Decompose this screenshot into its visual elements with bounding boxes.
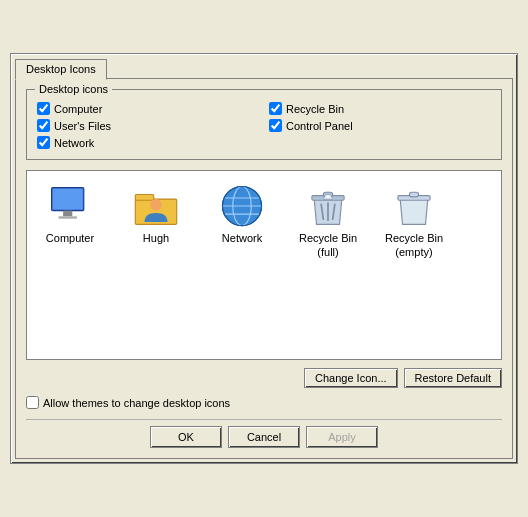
checkbox-computer-label[interactable]: Computer	[54, 103, 102, 115]
checkbox-userfiles-input[interactable]	[37, 119, 50, 132]
user-icon	[133, 183, 179, 229]
svg-rect-3	[59, 216, 77, 218]
apply-button[interactable]: Apply	[306, 426, 378, 448]
checkbox-grid: Computer Recycle Bin User's Files Contro…	[37, 102, 491, 149]
checkbox-network-input[interactable]	[37, 136, 50, 149]
allow-themes-label[interactable]: Allow themes to change desktop icons	[43, 397, 230, 409]
checkbox-recycle: Recycle Bin	[269, 102, 491, 115]
svg-point-6	[150, 199, 162, 211]
checkbox-controlpanel-label[interactable]: Control Panel	[286, 120, 353, 132]
icon-network[interactable]: Network	[207, 179, 277, 249]
checkbox-network-label[interactable]: Network	[54, 137, 94, 149]
checkbox-computer: Computer	[37, 102, 259, 115]
icon-computer[interactable]: Computer	[35, 179, 105, 249]
svg-rect-19	[409, 192, 418, 197]
checkbox-computer-input[interactable]	[37, 102, 50, 115]
icon-hugh[interactable]: Hugh	[121, 179, 191, 249]
icon-recycle-full[interactable]: Recycle Bin(full)	[293, 179, 363, 264]
ok-button[interactable]: OK	[150, 426, 222, 448]
recycle-empty-icon	[391, 183, 437, 229]
icon-recycle-full-label: Recycle Bin(full)	[299, 231, 357, 260]
checkbox-recycle-input[interactable]	[269, 102, 282, 115]
icon-network-label: Network	[222, 231, 262, 245]
allow-themes-row: Allow themes to change desktop icons	[26, 396, 502, 409]
desktop-icons-group: Desktop icons Computer Recycle Bin User'…	[26, 89, 502, 160]
icon-hugh-label: Hugh	[143, 231, 169, 245]
computer-icon	[47, 183, 93, 229]
bottom-buttons: OK Cancel Apply	[26, 419, 502, 448]
tab-label: Desktop Icons	[26, 63, 96, 75]
checkbox-userfiles-label[interactable]: User's Files	[54, 120, 111, 132]
checkbox-recycle-label[interactable]: Recycle Bin	[286, 103, 344, 115]
checkbox-userfiles: User's Files	[37, 119, 259, 132]
svg-rect-2	[63, 211, 72, 217]
tab-content: Desktop icons Computer Recycle Bin User'…	[15, 78, 513, 459]
allow-themes-checkbox[interactable]	[26, 396, 39, 409]
network-icon	[219, 183, 265, 229]
dialog-desktop-icons: Desktop Icons Desktop icons Computer Rec…	[10, 53, 518, 464]
cancel-button[interactable]: Cancel	[228, 426, 300, 448]
icon-recycle-empty-label: Recycle Bin(empty)	[385, 231, 443, 260]
checkbox-network: Network	[37, 136, 259, 149]
svg-rect-1	[53, 189, 83, 210]
tab-desktop-icons[interactable]: Desktop Icons	[15, 59, 107, 80]
icon-recycle-empty[interactable]: Recycle Bin(empty)	[379, 179, 449, 264]
group-legend: Desktop icons	[35, 83, 112, 95]
restore-default-button[interactable]: Restore Default	[404, 368, 502, 388]
change-icon-button[interactable]: Change Icon...	[304, 368, 398, 388]
icon-action-buttons: Change Icon... Restore Default	[26, 368, 502, 388]
recycle-full-icon	[305, 183, 351, 229]
tab-bar: Desktop Icons	[15, 58, 513, 79]
icons-panel: Computer Hugh	[26, 170, 502, 360]
icon-computer-label: Computer	[46, 231, 94, 245]
svg-rect-5	[135, 195, 153, 201]
checkbox-controlpanel-input[interactable]	[269, 119, 282, 132]
checkbox-controlpanel: Control Panel	[269, 119, 491, 132]
